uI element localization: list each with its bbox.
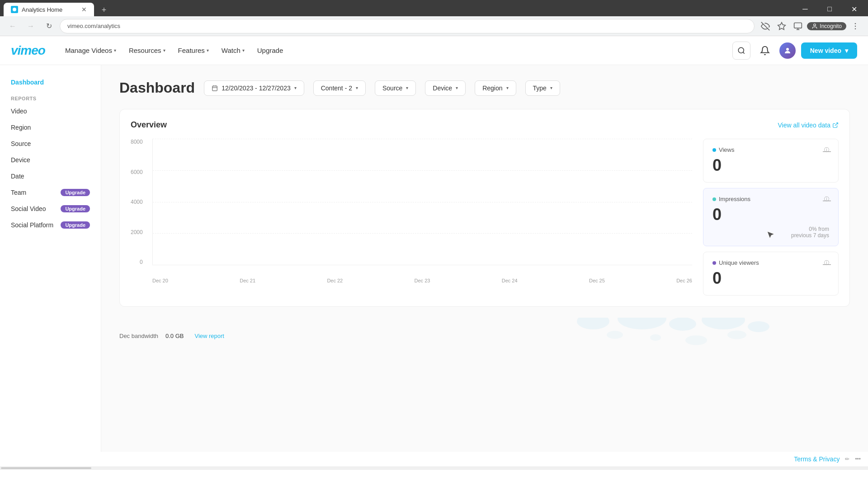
bandwidth-label: Dec bandwidth xyxy=(119,333,158,339)
chevron-down-icon: ▾ xyxy=(114,48,116,53)
date-range-filter[interactable]: 12/20/2023 - 12/27/2023 ▾ xyxy=(204,80,304,96)
nav-item-features[interactable]: Features ▾ xyxy=(173,43,214,58)
sidebar-item-date[interactable]: Date xyxy=(0,168,101,184)
device-filter[interactable]: Device ▾ xyxy=(425,80,466,96)
svg-point-19 xyxy=(618,318,666,329)
upgrade-badge-social-video[interactable]: Upgrade xyxy=(61,205,90,212)
search-button[interactable] xyxy=(732,42,750,60)
chevron-down-icon: ▾ xyxy=(406,85,408,90)
nav-menu: Manage Videos ▾ Resources ▾ Features ▾ W… xyxy=(60,43,288,58)
svg-point-21 xyxy=(702,318,745,329)
view-all-video-data-link[interactable]: View all video data xyxy=(778,122,839,129)
svg-point-24 xyxy=(650,334,661,341)
sidebar-item-dashboard[interactable]: Dashboard xyxy=(0,74,101,90)
content-filter[interactable]: Content - 2 ▾ xyxy=(313,80,366,96)
x-label-dec22: Dec 22 xyxy=(327,278,343,283)
page-title: Dashboard xyxy=(119,80,195,96)
dashboard-header: Dashboard 12/20/2023 - 12/27/2023 ▾ Cont… xyxy=(119,80,850,96)
y-label-6000: 6000 xyxy=(131,169,146,175)
notifications-button[interactable] xyxy=(756,42,774,60)
upgrade-badge-social-platform[interactable]: Upgrade xyxy=(61,221,90,229)
eye-off-icon[interactable] xyxy=(758,19,773,33)
impressions-dash: — xyxy=(823,196,831,205)
vimeo-logo[interactable]: vimeo xyxy=(11,43,45,58)
tab-title: Analytics Home xyxy=(22,6,62,13)
views-dash: — xyxy=(823,146,831,156)
sidebar: Dashboard REPORTS Video Region Source De… xyxy=(0,65,101,452)
sidebar-item-social-platform[interactable]: Social Platform Upgrade xyxy=(0,217,101,233)
x-label-dec24: Dec 24 xyxy=(502,278,518,283)
maximize-button[interactable]: □ xyxy=(819,2,840,16)
new-video-button[interactable]: New video ▾ xyxy=(801,42,857,59)
tab-bar: Analytics Home ✕ + ─ □ ✕ xyxy=(0,0,868,16)
profile-icon[interactable] xyxy=(791,19,805,33)
calendar-icon xyxy=(212,85,218,91)
svg-marker-2 xyxy=(778,22,786,29)
nav-item-manage-videos[interactable]: Manage Videos ▾ xyxy=(60,43,122,58)
type-filter[interactable]: Type ▾ xyxy=(525,80,560,96)
more-options-icon[interactable] xyxy=(848,19,863,33)
overview-title: Overview xyxy=(131,120,167,130)
back-button[interactable]: ← xyxy=(5,19,20,33)
source-filter[interactable]: Source ▾ xyxy=(375,80,416,96)
browser-tab[interactable]: Analytics Home ✕ + xyxy=(4,3,110,16)
svg-point-25 xyxy=(685,335,707,345)
chevron-down-icon: ▾ xyxy=(294,85,297,90)
address-bar[interactable]: vimeo.com/analytics xyxy=(60,19,755,33)
chart-y-axis: 8000 6000 4000 2000 0 xyxy=(131,139,146,265)
chevron-down-icon: ▾ xyxy=(242,48,245,53)
chevron-down-icon: ▾ xyxy=(550,85,552,90)
unique-viewers-dot xyxy=(712,261,716,265)
close-window-button[interactable]: ✕ xyxy=(844,2,864,16)
nav-item-upgrade[interactable]: Upgrade xyxy=(252,43,289,58)
grid-line-8000 xyxy=(153,139,692,139)
edit-icon[interactable]: ✏ xyxy=(845,456,849,462)
chevron-down-icon: ▾ xyxy=(845,47,848,54)
chevron-down-icon: ▾ xyxy=(356,85,358,90)
view-report-link[interactable]: View report xyxy=(194,333,224,339)
views-dot xyxy=(712,148,716,152)
region-filter[interactable]: Region ▾ xyxy=(475,80,516,96)
y-label-2000: 2000 xyxy=(131,229,146,235)
browser-window: Analytics Home ✕ + ─ □ ✕ ← → ↻ vimeo.com… xyxy=(0,0,868,36)
reload-button[interactable]: ↻ xyxy=(42,19,56,33)
horizontal-scrollbar[interactable] xyxy=(0,466,868,470)
terms-privacy-link[interactable]: Terms & Privacy xyxy=(794,455,840,463)
svg-point-10 xyxy=(738,47,744,53)
more-options-footer-icon[interactable]: ••• xyxy=(855,456,861,462)
x-label-dec23: Dec 23 xyxy=(415,278,430,283)
scrollbar-thumb[interactable] xyxy=(1,467,91,469)
tab-favicon xyxy=(11,6,18,13)
overview-card: Overview View all video data 8000 6000 4… xyxy=(119,109,850,307)
unique-viewers-label: Unique viewers ⓘ xyxy=(712,259,829,266)
chevron-down-icon: ▾ xyxy=(163,48,165,53)
bandwidth-section: Dec bandwidth 0.0 GB View report xyxy=(119,333,224,339)
bottom-section: Dec bandwidth 0.0 GB View report xyxy=(119,318,850,354)
y-label-4000: 4000 xyxy=(131,199,146,205)
nav-item-watch[interactable]: Watch ▾ xyxy=(216,43,250,58)
svg-point-9 xyxy=(855,28,856,29)
minimize-button[interactable]: ─ xyxy=(795,2,816,16)
chevron-down-icon: ▾ xyxy=(506,85,509,90)
toolbar-right: Incognito xyxy=(758,19,863,33)
sidebar-item-team[interactable]: Team Upgrade xyxy=(0,184,101,201)
sidebar-item-social-video[interactable]: Social Video Upgrade xyxy=(0,201,101,217)
sidebar-item-video[interactable]: Video xyxy=(0,103,101,119)
sidebar-item-source[interactable]: Source xyxy=(0,136,101,152)
bandwidth-value: 0.0 GB xyxy=(165,333,184,339)
avatar[interactable] xyxy=(779,42,796,59)
tab-close-button[interactable]: ✕ xyxy=(81,6,87,13)
svg-line-11 xyxy=(743,52,744,53)
x-label-dec21: Dec 21 xyxy=(240,278,255,283)
forward-button[interactable]: → xyxy=(24,19,38,33)
sidebar-item-region[interactable]: Region xyxy=(0,119,101,136)
svg-rect-3 xyxy=(794,23,802,28)
views-label: Views ⓘ xyxy=(712,146,829,153)
nav-item-resources[interactable]: Resources ▾ xyxy=(123,43,171,58)
main-layout: Dashboard REPORTS Video Region Source De… xyxy=(0,65,868,452)
impressions-stat-card: Impressions ⓘ 0 0% from previous 7 days … xyxy=(703,188,839,246)
bookmark-icon[interactable] xyxy=(774,19,789,33)
upgrade-badge-team[interactable]: Upgrade xyxy=(61,189,90,196)
new-tab-button[interactable]: + xyxy=(98,4,110,16)
sidebar-item-device[interactable]: Device xyxy=(0,152,101,168)
